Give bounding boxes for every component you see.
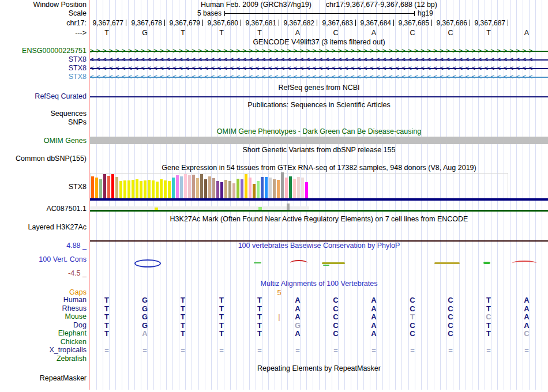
gtex-gene-label-ac087501[interactable]: AC087501.1 (0, 205, 87, 213)
gtex-tissue-bar[interactable] (220, 182, 223, 198)
gtex-tissue-bar[interactable] (208, 176, 211, 198)
gtex-tissue-bar[interactable] (156, 182, 159, 198)
gtex-tissue-bar[interactable] (289, 176, 292, 198)
gtex-tissue-bar[interactable] (297, 177, 300, 198)
alignment-base: T (257, 305, 262, 312)
conservation-mark[interactable] (323, 265, 329, 266)
strand-direction-arrows: <<<<<<<<<<<<<<<<<<<<<<<<<<<<<<<<<<<<<<<<… (90, 56, 535, 63)
gtex-tissue-bar[interactable] (224, 180, 227, 198)
gtex-tissue-bar[interactable] (164, 180, 167, 198)
gtex-tissue-bar[interactable] (99, 179, 102, 198)
gtex-gene-label-stx8[interactable]: STX8 (0, 183, 87, 191)
gene-item-label[interactable]: STX8 (0, 73, 87, 81)
gtex-tissue-bar[interactable] (200, 174, 203, 198)
conservation-mark[interactable] (434, 262, 460, 264)
gtex-tissue-bar[interactable] (115, 177, 118, 198)
gtex-tissue-bar[interactable] (257, 181, 260, 198)
dbsnp-track-label[interactable]: Common dbSNP(155) (0, 155, 87, 163)
conservation-mark[interactable] (134, 259, 161, 267)
gtex-tissue-bar[interactable] (95, 178, 98, 198)
gtex-tissue-bar[interactable] (228, 181, 231, 198)
gtex-tissue-bar[interactable] (111, 174, 114, 198)
gene-item-label[interactable]: STX8 (0, 56, 87, 63)
h3k27ac-track-label[interactable]: Layered H3K27Ac (0, 224, 87, 231)
gene-item-line[interactable]: <<<<<<<<<<<<<<<<<<<<<<<<<<<<<<<<<<<<<<<<… (90, 73, 548, 81)
gtex-tissue-bar[interactable] (168, 181, 171, 198)
gtex-tissue-bar[interactable] (136, 179, 138, 198)
gtex-tissue-bar[interactable] (293, 179, 296, 198)
snps-track-label[interactable]: SNPs (0, 119, 87, 126)
gtex-bar-chart[interactable] (90, 173, 508, 198)
species-label-elephant[interactable]: Elephant (0, 330, 87, 337)
gtex-tissue-bar[interactable] (301, 178, 304, 198)
gtex-tissue-bar[interactable] (192, 175, 195, 198)
gtex-tissue-bar[interactable] (196, 178, 199, 198)
gtex-tissue-bar[interactable] (144, 180, 147, 198)
gene-item-label[interactable]: STX8 (0, 65, 87, 72)
gtex-tissue-bar[interactable] (249, 178, 252, 198)
gtex-tissue-bar[interactable] (180, 176, 183, 198)
alignment-base: G (142, 305, 148, 312)
species-label-zebrafish[interactable]: Zebrafish (0, 355, 87, 363)
gtex-tissue-bar[interactable] (261, 177, 264, 198)
gtex-tissue-bar[interactable] (123, 180, 126, 198)
refseq-curated-item[interactable] (90, 96, 548, 97)
conservation-mark[interactable] (290, 260, 307, 266)
gtex-tissue-bar[interactable] (265, 177, 268, 198)
gtex-ac-tissue-bar[interactable] (287, 203, 290, 210)
species-label-human[interactable]: Human (0, 296, 87, 304)
species-label-mouse[interactable]: Mouse (0, 313, 87, 321)
gtex-tissue-bar[interactable] (212, 178, 215, 198)
gtex-tissue-bar[interactable] (103, 174, 106, 198)
species-label-x_tropicalis[interactable]: X_tropicalis (0, 346, 87, 354)
phylop-track-label[interactable]: 100 Vert. Cons (0, 256, 87, 263)
omim-genes-label[interactable]: OMIM Genes (0, 137, 87, 145)
ruler-tick (202, 20, 203, 26)
gtex-tissue-bar[interactable] (269, 178, 272, 198)
gtex-tissue-bar[interactable] (277, 180, 280, 198)
gtex-tissue-bar[interactable] (253, 184, 256, 198)
conservation-mark[interactable] (512, 261, 536, 266)
gene-item-label[interactable]: ENSG00000225751 (0, 47, 87, 55)
gtex-tissue-bar[interactable] (91, 176, 94, 198)
gtex-tissue-bar[interactable] (245, 174, 247, 198)
gene-item-line[interactable]: <<<<<<<<<<<<<<<<<<<<<<<<<<<<<<<<<<<<<<<<… (90, 65, 548, 72)
gtex-tissue-bar[interactable] (107, 176, 110, 198)
gtex-tissue-bar[interactable] (237, 179, 239, 198)
species-label-chicken[interactable]: Chicken (0, 338, 87, 346)
gtex-tissue-bar[interactable] (241, 179, 243, 198)
ruler-tick (393, 20, 394, 26)
alignment-base: = (371, 346, 376, 354)
gtex-tissue-bar[interactable] (184, 174, 187, 198)
refseq-curated-label[interactable]: RefSeq Curated (0, 93, 87, 100)
gtex-tissue-bar[interactable] (285, 178, 288, 198)
gtex-tissue-bar[interactable] (132, 180, 134, 198)
gtex-tissue-bar[interactable] (216, 181, 219, 198)
conservation-mark[interactable] (483, 262, 490, 264)
gene-item-line[interactable]: >>>>>>>>>>>>>>>>>>>>>>>>>>>>>>>>>>>>>>>>… (90, 47, 548, 55)
gtex-stx8-baseline[interactable] (90, 198, 548, 201)
gtex-tissue-bar[interactable] (172, 178, 175, 198)
gtex-tissue-bar[interactable] (152, 180, 155, 198)
gtex-tissue-bar[interactable] (305, 182, 308, 198)
gtex-tissue-bar[interactable] (204, 179, 207, 198)
sequences-track-label[interactable]: Sequences (0, 110, 87, 118)
omim-gene-item[interactable] (90, 137, 548, 144)
gtex-ac-baseline[interactable] (90, 210, 548, 212)
conservation-mark[interactable] (322, 262, 345, 264)
gtex-tissue-bar[interactable] (176, 175, 179, 198)
gtex-tissue-bar[interactable] (188, 175, 191, 198)
gtex-tissue-bar[interactable] (127, 180, 130, 198)
species-label-rhesus[interactable]: Rhesus (0, 305, 87, 312)
conservation-mark[interactable] (254, 262, 261, 263)
repeatmasker-track-label[interactable]: RepeatMasker (0, 375, 87, 382)
gtex-tissue-bar[interactable] (281, 172, 284, 198)
gtex-tissue-bar[interactable] (232, 183, 235, 198)
gene-item-line[interactable]: <<<<<<<<<<<<<<<<<<<<<<<<<<<<<<<<<<<<<<<<… (90, 56, 548, 63)
species-label-dog[interactable]: Dog (0, 322, 87, 329)
gtex-tissue-bar[interactable] (140, 181, 142, 198)
gtex-tissue-bar[interactable] (119, 181, 122, 198)
gtex-tissue-bar[interactable] (148, 180, 151, 198)
gtex-tissue-bar[interactable] (160, 179, 163, 198)
gtex-tissue-bar[interactable] (273, 179, 276, 198)
